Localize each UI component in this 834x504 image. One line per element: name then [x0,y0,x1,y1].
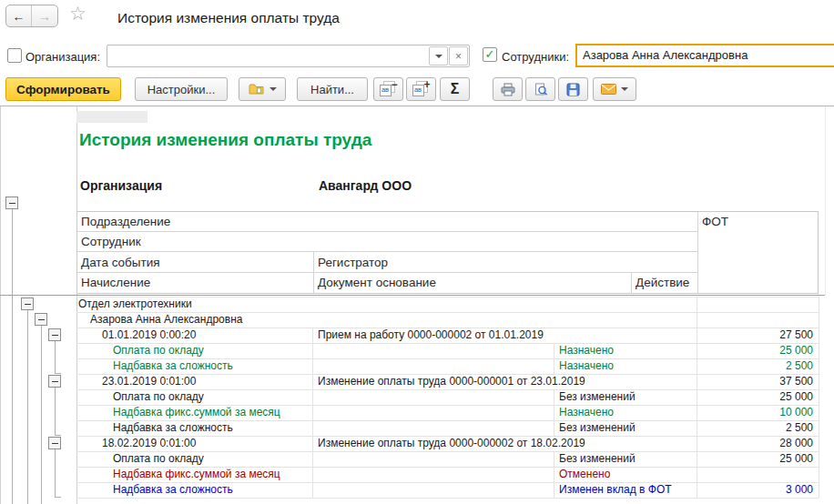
cell-fot[interactable]: 28 000 [697,437,819,451]
table-row[interactable]: Оплата по окладуНазначено25 000 [76,344,819,359]
cell-base-doc[interactable] [312,406,554,420]
print-button[interactable] [493,77,523,101]
report-org-label: Организация [80,178,162,193]
cell-fot[interactable]: 25 000 [697,452,819,467]
preview-button[interactable] [525,77,555,101]
cell-base-doc[interactable] [312,452,554,467]
cell-accrual[interactable]: Отдел электротехники [76,297,697,312]
group-collapse-toggle[interactable] [22,298,34,310]
organization-combobox[interactable]: × [107,45,470,67]
table-row[interactable]: Надбавка за сложностьИзменен вклад в ФОТ… [76,483,819,499]
cell-registrar[interactable]: Изменение оплаты труда 0000-000001 от 23… [312,375,697,389]
cell-fot[interactable] [697,468,819,482]
cell-fot[interactable]: 37 500 [697,375,819,389]
collapse-groups-button[interactable]: ав − [373,77,403,101]
cell-base-doc[interactable] [312,421,554,436]
abc-plus-icon: ав + [412,82,431,96]
column-header-accrual: Начисление [77,273,313,293]
table-right-border [819,297,819,498]
cell-registrar[interactable]: Прием на работу 0000-000002 от 01.01.201… [312,328,697,343]
cell-accrual[interactable]: Надбавка за сложность [76,421,312,436]
group-collapse-toggle[interactable] [49,376,61,388]
cell-fot[interactable] [697,313,819,328]
cell-fot[interactable]: 25 000 [697,344,819,358]
cell-fot[interactable]: 10 000 [697,406,819,420]
cell-base-doc[interactable] [312,483,554,498]
column-header-action: Действие [631,273,697,293]
report-title: История изменения оплаты труда [79,130,371,150]
group-separator-line [0,295,825,296]
cell-fot[interactable]: 3 000 [697,483,819,498]
app-window: ← → ☆ История изменения оплаты труда Орг… [0,0,834,504]
settings-button[interactable]: Настройки... [135,77,228,101]
cell-accrual[interactable]: Оплата по окладу [76,344,312,358]
table-row[interactable]: Оплата по окладуБез изменений25 000 [76,452,819,468]
group-collapse-toggle[interactable] [49,329,61,341]
cell-action[interactable]: Назначено [554,344,697,358]
column-gridline [825,106,826,295]
cell-fot[interactable]: 2 500 [697,421,819,436]
chevron-down-icon [270,87,277,91]
spreadsheet-top-cell[interactable] [76,111,147,123]
cell-base-doc[interactable] [312,390,554,405]
cell-accrual[interactable]: Оплата по окладу [76,452,312,467]
cell-action[interactable]: Без изменений [554,390,697,405]
employees-input[interactable]: Азарова Анна Александровна [575,44,834,67]
cell-registrar[interactable]: Изменение оплаты труда 0000-000002 от 18… [312,437,697,451]
table-row[interactable]: Отдел электротехники [76,297,819,313]
folder-icon [249,83,265,96]
save-icon [566,83,580,96]
page-title: История изменения оплаты труда [117,10,340,26]
cell-action[interactable]: Отменено [554,468,697,482]
table-row[interactable]: 18.02.2019 0:01:00Изменение оплаты труда… [76,437,819,452]
group-collapse-toggle[interactable] [49,438,61,449]
employees-checkbox[interactable]: ✓ [483,47,497,62]
cell-base-doc[interactable] [312,468,554,482]
dropdown-button[interactable] [429,46,448,66]
table-row[interactable]: Азарова Анна Александровна [76,313,819,328]
table-row[interactable]: 01.01.2019 0:00:20Прием на работу 0000-0… [76,328,819,344]
table-row[interactable]: Надбавка за сложностьНазначено2 500 [76,359,819,375]
cell-accrual[interactable]: Оплата по окладу [76,390,312,405]
table-row[interactable]: 23.01.2019 0:01:00Изменение оплаты труда… [76,375,819,390]
cell-action[interactable]: Без изменений [554,421,697,436]
cell-accrual[interactable]: Надбавка фикс.суммой за месяц [76,468,312,482]
column-header-employee: Сотрудник [77,232,697,252]
group-tree [0,0,76,504]
cell-action[interactable]: Назначено [554,406,697,420]
expand-groups-button[interactable]: ав + [406,77,436,101]
group-collapse-toggle[interactable] [36,314,47,326]
table-row[interactable]: Оплата по окладуБез изменений25 000 [76,390,819,406]
find-button[interactable]: Найти... [297,77,368,101]
printer-icon [501,83,515,96]
cell-accrual[interactable]: Надбавка за сложность [76,359,312,374]
cell-fot[interactable]: 25 000 [697,390,819,405]
table-row[interactable]: Надбавка фикс.суммой за месяцОтменено [76,468,819,483]
cell-action[interactable]: Без изменений [554,452,697,467]
column-header-division: Подразделение [77,212,697,232]
report-variants-button[interactable] [239,77,286,101]
cell-accrual[interactable]: 01.01.2019 0:00:20 [76,328,312,343]
cell-fot[interactable] [697,297,819,312]
table-row[interactable]: Надбавка фикс.суммой за месяцНазначено10… [76,406,819,421]
cell-accrual[interactable]: Надбавка фикс.суммой за месяц [76,406,312,420]
clear-button[interactable]: × [449,46,468,66]
cell-accrual[interactable]: 23.01.2019 0:01:00 [76,375,312,389]
table-row[interactable]: Надбавка за сложностьБез изменений2 500 [76,421,819,437]
send-email-button[interactable] [593,77,636,101]
cell-accrual[interactable]: 18.02.2019 0:01:00 [76,437,312,451]
report-top-border [0,106,834,106]
chevron-down-icon [435,55,442,58]
cell-fot[interactable]: 27 500 [697,328,819,343]
save-button[interactable] [558,77,588,101]
cell-base-doc[interactable] [312,359,554,374]
cell-accrual[interactable]: Надбавка за сложность [76,483,312,498]
cell-action[interactable]: Назначено [554,359,697,374]
column-header-fot: ФОТ [697,212,819,293]
cell-accrual[interactable]: Азарова Анна Александровна [76,313,697,328]
sum-button[interactable]: Σ [440,77,470,101]
cell-action[interactable]: Изменен вклад в ФОТ [554,483,697,498]
group-collapse-toggle[interactable] [6,197,18,209]
cell-fot[interactable]: 2 500 [697,359,819,374]
cell-base-doc[interactable] [312,344,554,358]
